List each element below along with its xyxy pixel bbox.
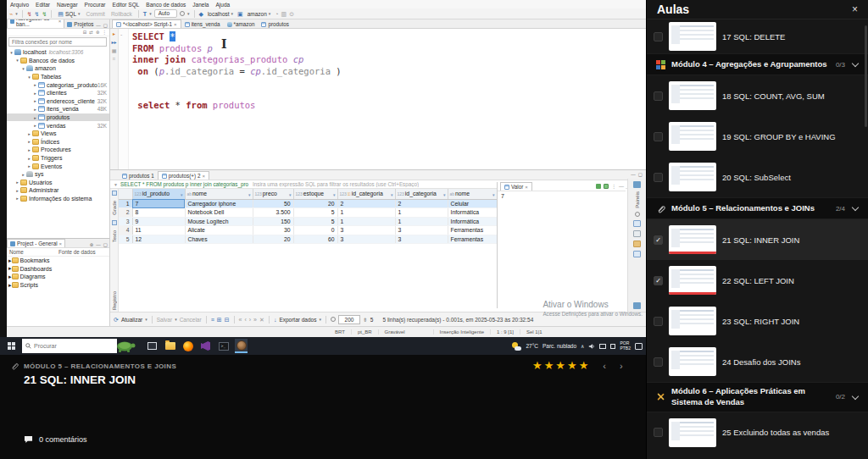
- lesson-item[interactable]: 23 SQL: RIGHT JOIN: [647, 301, 868, 341]
- dropdown-icon[interactable]: ▾: [15, 11, 18, 16]
- expander-icon[interactable]: ▾: [20, 66, 26, 71]
- tree-item[interactable]: ▸produtos: [7, 113, 109, 122]
- gear-icon[interactable]: [180, 11, 185, 16]
- sql-editor[interactable]: ▸ ▸▸ ▦ ⌗ - SELECT *FROM produtos pinner …: [110, 29, 646, 169]
- tree-item[interactable]: ▸Usuários: [7, 179, 109, 187]
- gear-icon[interactable]: ⊛: [90, 242, 94, 247]
- menu-dots-icon[interactable]: ⋮: [611, 183, 616, 189]
- tree-item[interactable]: ▸Índices: [7, 138, 109, 147]
- grid-cell[interactable]: 9: [132, 217, 185, 226]
- star-icon[interactable]: ★: [579, 360, 589, 371]
- lesson-checkbox[interactable]: [654, 32, 663, 41]
- commands-icon[interactable]: ⌗: [113, 56, 115, 62]
- column-header-estoque[interactable]: 123estoque▾: [293, 189, 337, 199]
- grid-cell[interactable]: 3: [337, 226, 395, 235]
- disconnect-icon[interactable]: ↯: [42, 11, 47, 17]
- sql-code[interactable]: SELECT *FROM produtos pinner join catego…: [132, 31, 342, 112]
- file-explorer-button[interactable]: [164, 339, 176, 353]
- save-icon[interactable]: ▥: [281, 11, 287, 17]
- column-menu-icon[interactable]: ▾: [289, 192, 292, 197]
- connection-filter-input[interactable]: [8, 37, 107, 47]
- menu-item[interactable]: Banco de dados: [146, 2, 186, 8]
- lesson-item[interactable]: 17 SQL: DELETE: [647, 19, 868, 53]
- lesson-item[interactable]: 25 Excluindo todas as vendas: [647, 412, 868, 453]
- project-item[interactable]: ▸Dashboards: [7, 265, 109, 274]
- close-icon[interactable]: ×: [59, 241, 63, 246]
- minimize-icon[interactable]: —: [96, 23, 101, 28]
- grid-cell[interactable]: 3: [395, 235, 448, 244]
- stop-icon[interactable]: ✕: [259, 317, 264, 323]
- row-number[interactable]: 2: [119, 208, 132, 218]
- column-fonte[interactable]: Fonte de dados: [58, 249, 96, 255]
- gear-icon[interactable]: [331, 317, 336, 322]
- task-view-button[interactable]: [146, 339, 159, 353]
- expander-icon[interactable]: ▸: [14, 180, 20, 185]
- grid-cell[interactable]: 3: [395, 226, 448, 235]
- execute-script-icon[interactable]: ▸▸: [111, 39, 116, 45]
- column-header-nome[interactable]: abnome▾: [448, 189, 497, 199]
- minimize-icon[interactable]: —: [619, 184, 624, 189]
- taskbar-search[interactable]: [22, 339, 117, 353]
- sidebar-scrollbar[interactable]: [865, 25, 867, 127]
- expander-icon[interactable]: ▾: [14, 58, 20, 63]
- editor-tab[interactable]: *amazon: [224, 20, 259, 28]
- lesson-checkbox[interactable]: [654, 317, 663, 326]
- expander-icon[interactable]: ▸: [8, 265, 12, 272]
- column-menu-icon[interactable]: ▾: [492, 192, 495, 197]
- grid-cell[interactable]: 1: [337, 217, 395, 226]
- tree-item[interactable]: ▸vendas32K: [7, 121, 109, 130]
- tab-registro[interactable]: Registro: [112, 291, 117, 310]
- connection-select[interactable]: localhost ▾: [206, 11, 235, 17]
- expander-icon[interactable]: ▸: [26, 156, 32, 161]
- grid-cell[interactable]: Alicate: [185, 226, 253, 235]
- connect-icon[interactable]: ↯: [27, 11, 32, 17]
- tab-texto[interactable]: Texto: [112, 230, 117, 242]
- module-header[interactable]: Módulo 4 – Agregações e Agrupamentos0/3: [647, 53, 868, 75]
- search-input[interactable]: [34, 343, 102, 349]
- grid-cell[interactable]: Mouse Logitech: [185, 217, 253, 226]
- database-select[interactable]: amazon ▾: [246, 11, 273, 17]
- star-icon[interactable]: ★: [567, 360, 577, 371]
- close-icon[interactable]: ×: [202, 174, 205, 179]
- expander-icon[interactable]: ▸: [26, 163, 32, 169]
- tree-item[interactable]: ▸enderecos_cliente32K: [7, 97, 109, 106]
- commit-button[interactable]: Commit: [85, 11, 107, 17]
- chevron-down-icon[interactable]: [852, 60, 859, 67]
- lesson-item[interactable]: ✓21 SQL: INNER JOIN: [647, 219, 868, 260]
- grid-cell[interactable]: Informática: [448, 208, 497, 218]
- tree-item[interactable]: ▾Tabelas: [7, 73, 109, 81]
- menu-item[interactable]: Navegar: [57, 2, 78, 8]
- lesson-checkbox[interactable]: [654, 173, 663, 182]
- start-button[interactable]: [0, 337, 22, 355]
- column-menu-icon[interactable]: ▾: [333, 192, 336, 197]
- grid-cell[interactable]: 0: [293, 226, 337, 235]
- refresh-icon[interactable]: ⟳: [114, 317, 119, 323]
- grid-cell[interactable]: 30: [253, 226, 293, 235]
- editor-tab[interactable]: produtos: [258, 20, 292, 28]
- reconnect-icon[interactable]: ↯: [35, 11, 40, 17]
- maximize-icon[interactable]: ▢: [103, 23, 108, 28]
- maximize-icon[interactable]: ▢: [103, 242, 108, 247]
- grid-cell[interactable]: 20: [293, 199, 337, 208]
- star-rating[interactable]: ★★★★★: [532, 360, 588, 371]
- lesson-item[interactable]: 19 SQL: GROUP BY e HAVING: [647, 116, 868, 157]
- tree-item[interactable]: ▸Triggers: [7, 154, 109, 163]
- menu-item[interactable]: Editar: [36, 2, 50, 8]
- next-page-icon[interactable]: ›: [249, 317, 251, 323]
- explain-icon[interactable]: ▦: [112, 47, 117, 53]
- tree-item[interactable]: ▸sys: [7, 170, 109, 179]
- module-header[interactable]: Módulo 6 – Aplicações Práticas em Sistem…: [647, 382, 868, 412]
- next-lesson-button[interactable]: ›: [620, 361, 623, 371]
- expander-icon[interactable]: ▾: [26, 75, 32, 80]
- minimize-icon[interactable]: —: [631, 172, 636, 177]
- column-header-nome[interactable]: abnome▾: [185, 189, 253, 199]
- weather-icon[interactable]: [512, 342, 521, 351]
- menu-dots-icon[interactable]: ⋮: [103, 30, 108, 35]
- calc-panel-icon[interactable]: [633, 230, 641, 237]
- export-button[interactable]: Exportar dados: [279, 317, 316, 323]
- cell-value[interactable]: 7: [498, 191, 626, 201]
- results-tab[interactable]: produtos(+) 2×: [158, 171, 209, 180]
- save-value-icon[interactable]: [596, 184, 601, 189]
- tree-item[interactable]: ▸Informações do sistema: [7, 195, 109, 203]
- tree-item[interactable]: ▸Views: [7, 130, 109, 138]
